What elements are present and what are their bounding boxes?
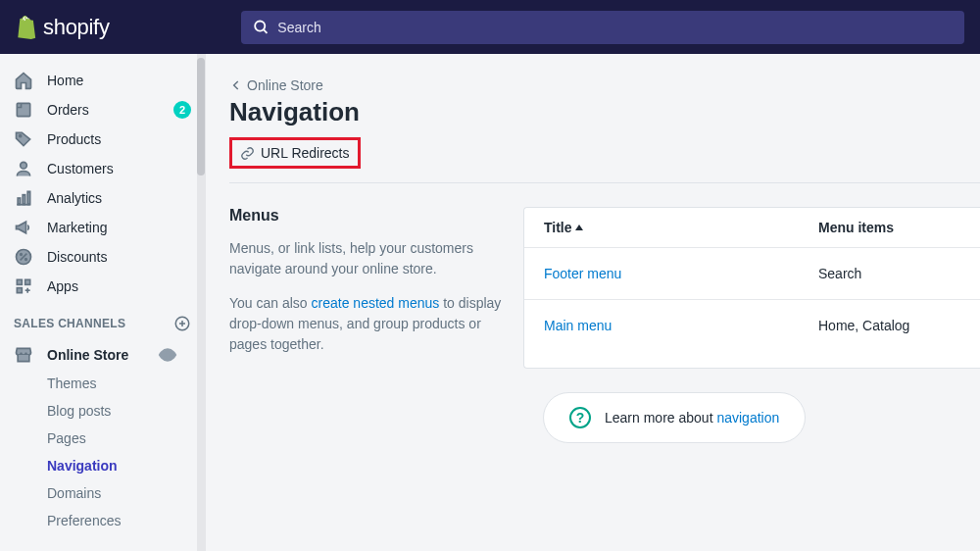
col-items-header: Menu items — [818, 220, 960, 235]
sidebar: Home Orders 2 Products Customers Analyti… — [0, 54, 206, 551]
sub-blog-posts[interactable]: Blog posts — [0, 397, 205, 425]
svg-rect-7 — [23, 195, 25, 205]
sub-navigation[interactable]: Navigation — [0, 452, 205, 479]
col-title-header[interactable]: Title — [544, 220, 818, 235]
nav-analytics[interactable]: Analytics — [0, 183, 205, 213]
row-title[interactable]: Main menu — [544, 318, 818, 333]
svg-rect-15 — [17, 288, 22, 293]
nav-home[interactable]: Home — [0, 66, 205, 95]
brand-logo[interactable]: shopify — [16, 15, 241, 40]
row-items: Search — [818, 266, 861, 281]
svg-point-11 — [21, 254, 23, 256]
channels-header: SALES CHANNELS — [0, 301, 205, 340]
divider — [229, 182, 980, 183]
home-icon — [14, 71, 33, 90]
orders-badge: 2 — [173, 101, 191, 119]
store-icon — [14, 345, 33, 365]
brand-text: shopify — [43, 15, 110, 40]
svg-rect-14 — [25, 279, 30, 284]
svg-rect-8 — [27, 191, 29, 204]
nav-marketing[interactable]: Marketing — [0, 213, 205, 242]
svg-rect-13 — [17, 279, 22, 284]
sub-pages[interactable]: Pages — [0, 425, 205, 452]
row-title[interactable]: Footer menu — [544, 266, 818, 281]
svg-point-0 — [255, 21, 265, 30]
link-icon — [240, 146, 255, 161]
sub-themes[interactable]: Themes — [0, 370, 205, 397]
menus-desc-2: You can also create nested menus to disp… — [229, 293, 504, 355]
nav-customers[interactable]: Customers — [0, 154, 205, 183]
chevron-left-icon — [229, 78, 243, 92]
table-row[interactable]: Footer menu Search — [524, 248, 980, 300]
row-items: Home, Catalog — [818, 318, 909, 333]
svg-line-1 — [264, 29, 268, 33]
sort-asc-icon — [574, 223, 584, 232]
sub-preferences[interactable]: Preferences — [0, 507, 205, 534]
chart-icon — [14, 188, 33, 208]
sub-domains[interactable]: Domains — [0, 479, 205, 507]
svg-rect-2 — [17, 103, 29, 116]
svg-rect-6 — [18, 198, 21, 205]
nav-online-store[interactable]: Online Store — [0, 340, 205, 370]
nav-apps[interactable]: Apps — [0, 272, 205, 301]
search-icon — [253, 19, 270, 36]
learn-more-box[interactable]: ? Learn more about navigation — [543, 392, 806, 443]
sidebar-scrollbar[interactable] — [197, 54, 205, 551]
menus-table: Title Menu items Footer menu Search Main… — [523, 207, 980, 369]
breadcrumb[interactable]: Online Store — [229, 77, 980, 93]
shopify-bag-icon — [16, 16, 37, 39]
search-input[interactable] — [277, 20, 953, 35]
svg-point-21 — [166, 353, 171, 358]
table-row[interactable]: Main menu Home, Catalog — [524, 300, 980, 351]
nav-orders[interactable]: Orders 2 — [0, 95, 205, 125]
orders-icon — [14, 100, 33, 120]
highlight-annotation: URL Redirects — [229, 137, 361, 169]
discount-icon — [14, 247, 33, 267]
nav-products[interactable]: Products — [0, 125, 205, 154]
eye-icon[interactable] — [158, 345, 177, 365]
apps-icon — [14, 276, 33, 296]
page-title: Navigation — [229, 97, 980, 127]
url-redirects-link[interactable]: URL Redirects — [232, 140, 358, 166]
person-icon — [14, 159, 33, 178]
tag-icon — [14, 129, 33, 149]
svg-point-12 — [25, 259, 27, 261]
nav-discounts[interactable]: Discounts — [0, 242, 205, 272]
svg-marker-22 — [575, 225, 583, 230]
svg-point-3 — [20, 135, 22, 137]
help-icon: ? — [569, 407, 591, 428]
add-channel-icon[interactable] — [173, 315, 191, 332]
megaphone-icon — [14, 218, 33, 237]
svg-point-4 — [21, 162, 27, 169]
search-box[interactable] — [241, 11, 964, 44]
menus-desc-1: Menus, or link lists, help your customer… — [229, 238, 504, 279]
nested-menus-link[interactable]: create nested menus — [312, 295, 440, 311]
menus-heading: Menus — [229, 207, 504, 225]
learn-navigation-link[interactable]: navigation — [716, 410, 779, 426]
